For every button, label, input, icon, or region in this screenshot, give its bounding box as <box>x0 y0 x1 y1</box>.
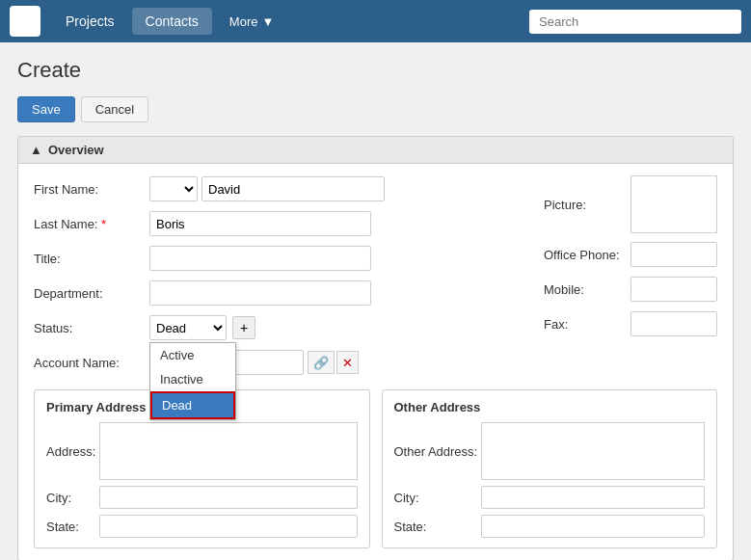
department-row: Department: <box>34 280 524 307</box>
primary-address-label: Address: <box>46 444 99 459</box>
clear-icon: ✕ <box>342 356 353 370</box>
other-city-input[interactable] <box>481 486 706 509</box>
nav-projects[interactable]: Projects <box>52 8 128 35</box>
form-left: First Name: Mr Ms Dr Last Name: * <box>34 175 524 384</box>
save-button[interactable]: Save <box>17 96 75 122</box>
page-content: Create Save Cancel ▲ Overview First Name… <box>0 42 751 560</box>
address-columns: Primary Address Address: City: State: <box>34 389 717 548</box>
department-label: Department: <box>34 286 149 301</box>
cancel-button[interactable]: Cancel <box>81 96 148 122</box>
title-label: Title: <box>34 252 149 266</box>
status-label: Status: <box>34 321 149 335</box>
other-city-label: City: <box>394 491 481 505</box>
page-title: Create <box>17 58 734 83</box>
office-phone-input[interactable] <box>630 242 717 267</box>
picture-box <box>630 175 717 233</box>
status-option-inactive[interactable]: Inactive <box>150 367 235 391</box>
overview-panel-header: ▲ Overview <box>18 137 733 164</box>
navbar: Projects Contacts More ▼ <box>0 0 751 42</box>
other-state-input[interactable] <box>481 515 706 538</box>
fax-row: Fax: <box>544 310 717 337</box>
primary-city-input[interactable] <box>99 486 358 509</box>
picture-label: Picture: <box>544 198 630 212</box>
app-logo[interactable] <box>10 6 40 37</box>
last-name-input[interactable] <box>149 211 371 236</box>
nav-contacts[interactable]: Contacts <box>132 8 212 35</box>
mobile-input[interactable] <box>630 277 717 302</box>
svg-rect-2 <box>16 22 24 30</box>
title-input[interactable] <box>149 246 371 271</box>
status-option-active[interactable]: Active <box>150 343 235 367</box>
svg-rect-3 <box>26 22 34 30</box>
primary-state-label: State: <box>46 520 99 534</box>
status-select[interactable]: Dead Active Inactive <box>149 315 227 340</box>
office-phone-row: Office Phone: <box>544 241 717 268</box>
department-input[interactable] <box>149 280 371 306</box>
primary-city-label: City: <box>46 491 99 505</box>
status-option-dead[interactable]: Dead <box>150 391 235 419</box>
other-address-section: Other Address Other Address: City: State… <box>382 389 718 548</box>
primary-address-textarea[interactable] <box>99 422 358 480</box>
chevron-down-icon: ▼ <box>261 14 274 29</box>
title-row: Title: <box>34 245 524 272</box>
primary-city-row: City: <box>46 486 358 509</box>
picture-row: Picture: <box>544 175 717 233</box>
nav-more[interactable]: More ▼ <box>216 9 288 35</box>
account-name-label: Account Name: <box>34 356 149 370</box>
other-city-row: City: <box>394 486 706 509</box>
collapse-icon[interactable]: ▲ <box>30 143 42 157</box>
account-clear-button[interactable]: ✕ <box>336 351 359 374</box>
status-row: Status: Dead Active Inactive Active Inac… <box>34 314 524 341</box>
status-dropdown-menu: Active Inactive Dead <box>149 342 236 420</box>
other-address-title: Other Address <box>394 400 706 414</box>
svg-rect-0 <box>16 13 24 20</box>
primary-state-input[interactable] <box>99 515 358 538</box>
status-dropdown-container: Dead Active Inactive Active Inactive Dea… <box>149 315 227 340</box>
first-name-prefix-select[interactable]: Mr Ms Dr <box>149 176 198 201</box>
mobile-row: Mobile: <box>544 276 717 303</box>
first-name-row: First Name: Mr Ms Dr <box>34 175 524 202</box>
first-name-input[interactable] <box>201 176 385 201</box>
office-phone-label: Office Phone: <box>544 248 630 262</box>
account-link-button[interactable]: 🔗 <box>308 351 335 374</box>
overview-title: Overview <box>48 143 104 157</box>
search-input[interactable] <box>529 10 741 34</box>
account-name-row: Account Name: 🔗 ✕ <box>34 349 524 376</box>
last-name-row: Last Name: * <box>34 210 524 237</box>
last-name-label: Last Name: * <box>34 217 149 231</box>
fax-label: Fax: <box>544 317 630 332</box>
svg-rect-1 <box>26 13 34 20</box>
overview-panel-body: First Name: Mr Ms Dr Last Name: * <box>18 164 733 560</box>
mobile-label: Mobile: <box>544 282 630 297</box>
required-star: * <box>101 217 106 231</box>
overview-panel: ▲ Overview First Name: Mr Ms Dr <box>17 136 734 560</box>
link-icon: 🔗 <box>313 356 329 370</box>
toolbar: Save Cancel <box>17 96 734 122</box>
form-right: Picture: Office Phone: Mobile: <box>524 175 717 384</box>
other-address-row: Other Address: <box>394 422 706 480</box>
status-add-button[interactable]: + <box>232 316 255 339</box>
other-address-textarea[interactable] <box>481 422 706 480</box>
other-state-row: State: <box>394 515 706 538</box>
primary-address-row: Address: <box>46 422 358 480</box>
fax-input[interactable] <box>630 311 717 336</box>
other-state-label: State: <box>394 520 481 534</box>
first-name-label: First Name: <box>34 182 149 197</box>
primary-state-row: State: <box>46 515 358 538</box>
other-address-label: Other Address: <box>394 444 481 459</box>
